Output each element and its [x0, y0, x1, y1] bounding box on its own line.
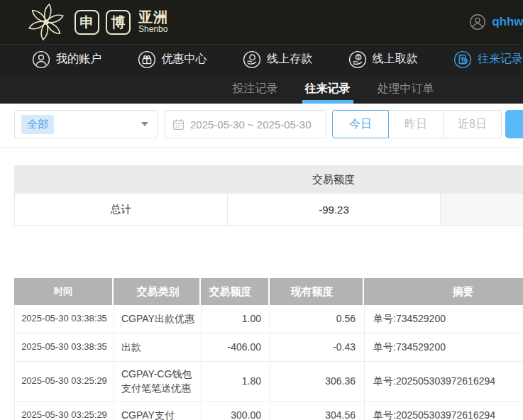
cell-balance: 306.36	[270, 362, 364, 402]
nav-label: 线上存款	[267, 52, 312, 67]
logo-region-text: 亚洲	[138, 10, 168, 25]
summary-header-row: 交易额度	[14, 165, 523, 194]
logo-char-bo: 博	[106, 10, 131, 35]
nav-item-transactions[interactable]: 往来记录	[453, 50, 523, 69]
tab-pending-orders[interactable]: 处理中订单	[376, 74, 436, 104]
svg-text:$: $	[357, 54, 360, 59]
column-header-balance: 现有额度	[270, 278, 364, 305]
nav-item-my-account[interactable]: 我的账户	[32, 50, 101, 69]
records-icon	[453, 50, 472, 69]
cell-amount: -406.00	[201, 333, 270, 362]
table-row: 2025-05-30 03:25:29 CGPAY-CG钱包支付笔笔送优惠 1.…	[14, 362, 523, 402]
summary-header-spacer-right	[440, 165, 523, 194]
column-header-time: 时间	[14, 278, 114, 305]
type-select-value[interactable]: 全部	[21, 115, 54, 134]
cell-time: 2025-05-30 03:25:29	[14, 402, 114, 420]
cell-balance: 0.56	[270, 305, 364, 333]
cell-type: CGPAY支付	[114, 402, 201, 420]
cell-summary: 单号:734529200	[364, 305, 523, 333]
cell-time: 2025-05-30 03:38:35	[14, 305, 114, 333]
deposit-icon	[243, 50, 261, 69]
cell-time: 2025-05-30 03:25:29	[14, 362, 114, 402]
flower-logo-icon	[24, 1, 68, 43]
transactions-table: 时间 交易类别 交易额度 现有额度 摘要 2025-05-30 03:38:35…	[14, 278, 523, 420]
nav-label: 线上取款	[373, 52, 418, 67]
column-header-type: 交易类别	[114, 278, 201, 305]
user-circle-icon	[32, 50, 50, 69]
date-range-input[interactable]: 2025-05-30 ~ 2025-05-30	[165, 110, 326, 138]
filter-row: 全部 2025-05-30 ~ 2025-05-30 今日 昨日 近8日	[0, 104, 523, 148]
header-user[interactable]: qhhw2	[469, 0, 523, 44]
cell-type: 出款	[114, 333, 201, 362]
chevron-down-icon	[141, 122, 148, 126]
avatar-icon	[469, 13, 486, 31]
cell-summary: 单号:202505303972616294	[364, 362, 523, 402]
tab-betting-records[interactable]: 投注记录	[231, 74, 280, 104]
nav-label: 我的账户	[56, 52, 101, 67]
summary-header-spacer	[14, 165, 227, 194]
logo-char-shen: 申	[75, 10, 99, 35]
summary-table: 交易额度 总计 -99.23	[14, 165, 523, 226]
today-button[interactable]: 今日	[332, 110, 389, 138]
gift-icon	[138, 50, 156, 69]
logo-subtitle: Shenbo	[138, 25, 168, 34]
summary-total-value: -99.23	[227, 194, 440, 226]
nav-label: 往来记录	[478, 52, 523, 67]
withdraw-icon: $	[348, 50, 367, 69]
last-8-days-button[interactable]: 近8日	[444, 110, 502, 138]
nav-item-promotions[interactable]: 优惠中心	[138, 50, 207, 69]
summary-empty-cell	[440, 194, 523, 226]
date-range-value: 2025-05-30 ~ 2025-05-30	[190, 118, 312, 131]
quick-date-buttons: 今日 昨日 近8日	[332, 110, 502, 138]
summary-amount-header: 交易额度	[227, 165, 440, 194]
nav-item-deposit[interactable]: 线上存款	[243, 50, 312, 69]
cell-amount: 1.80	[201, 362, 270, 402]
calendar-icon	[172, 118, 185, 131]
cell-balance: 304.56	[270, 402, 364, 420]
yesterday-button[interactable]: 昨日	[389, 110, 444, 138]
cell-balance: -0.43	[270, 333, 364, 362]
table-row: 2025-05-30 03:38:35 CGPAY出款优惠 1.00 0.56 …	[14, 305, 523, 333]
column-header-amount: 交易额度	[201, 278, 270, 305]
page: 申 博 亚洲 Shenbo qhhw2	[0, 0, 523, 420]
table-row: 2025-05-30 03:38:35 出款 -406.00 -0.43 单号:…	[14, 333, 523, 362]
username[interactable]: qhhw2	[492, 15, 523, 29]
cell-summary: 单号:202505303972616294	[364, 402, 523, 420]
top-header: 申 博 亚洲 Shenbo qhhw2	[0, 0, 523, 44]
table-header-row: 时间 交易类别 交易额度 现有额度 摘要	[14, 278, 523, 305]
table-row: 2025-05-30 03:25:29 CGPAY支付 300.00 304.5…	[14, 402, 523, 420]
subtab-bar: 投注记录 往来记录 处理中订单	[0, 74, 523, 104]
cell-amount: 300.00	[201, 402, 270, 420]
type-select[interactable]: 全部	[14, 110, 158, 138]
tab-transaction-records[interactable]: 往来记录	[304, 74, 352, 104]
column-header-summary: 摘要	[364, 278, 523, 305]
cell-type: CGPAY出款优惠	[114, 305, 201, 333]
cell-time: 2025-05-30 03:38:35	[14, 333, 114, 362]
cell-amount: 1.00	[201, 305, 270, 333]
site-logo[interactable]: 申 博 亚洲 Shenbo	[24, 1, 168, 43]
cell-summary: 单号:734529200	[364, 333, 523, 362]
search-button[interactable]	[505, 110, 523, 138]
summary-total-label: 总计	[14, 194, 227, 226]
main-nav: 我的账户 优惠中心 线上存款	[0, 44, 523, 74]
summary-total-row: 总计 -99.23	[14, 194, 523, 226]
cell-type: CGPAY-CG钱包支付笔笔送优惠	[114, 362, 201, 402]
nav-label: 优惠中心	[162, 52, 207, 67]
nav-item-withdraw[interactable]: $ 线上取款	[348, 50, 418, 69]
